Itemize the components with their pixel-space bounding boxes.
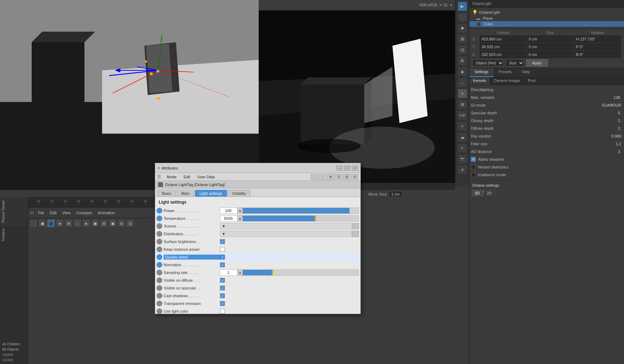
back-nav-btn[interactable]: ← — [311, 174, 318, 180]
power-up-arrow[interactable]: ▲ — [238, 207, 242, 214]
irradiance-checkbox[interactable] — [471, 172, 476, 177]
te-checkbox[interactable] — [220, 301, 225, 306]
size-y-value[interactable]: 0 cm — [527, 43, 573, 50]
kernels-sub-tab[interactable]: Kernels — [469, 77, 490, 85]
diffuse-depth-value[interactable]: 2. — [520, 126, 623, 130]
mode-menu[interactable]: Mode — [165, 174, 178, 180]
tab-visibility[interactable]: Visibility — [228, 190, 251, 197]
tool-btn-3[interactable]: ⬛ — [47, 219, 55, 227]
cs-dot-btn[interactable] — [157, 293, 162, 299]
picture-viewer-tab[interactable]: Picture Viewer — [0, 197, 28, 225]
visible-diffuse-row[interactable]: Visible on diffuse . . . — [155, 276, 360, 284]
power-dot-btn[interactable] — [157, 208, 162, 213]
sr-slider[interactable] — [242, 269, 359, 276]
post-sub-tab[interactable]: Post — [524, 77, 539, 85]
power-slider[interactable] — [242, 207, 359, 214]
visible-specular-row[interactable]: Visible on specular . . — [155, 284, 360, 292]
maximize-button[interactable]: □ — [344, 166, 351, 171]
scene-item-cube[interactable]: ⬛ Cube — [469, 21, 624, 27]
animation-menu-item[interactable]: Animation — [96, 210, 116, 216]
gi-mode-row[interactable]: GI mode GLAMOUR — [469, 101, 624, 109]
nav-btn-4[interactable]: ⊡ — [335, 174, 342, 180]
te-dot-btn[interactable] — [157, 301, 162, 306]
pos-y-value[interactable]: 34.932 cm — [480, 43, 526, 50]
max-samples-value[interactable]: 128. — [520, 95, 623, 100]
tool-btn-2[interactable]: ▣ — [38, 219, 46, 227]
file-menu-item[interactable]: File — [37, 210, 46, 216]
nav-btn-6[interactable]: ⊟ — [351, 174, 358, 180]
alpha-shadows-row[interactable]: ✓ Alpha shadows — [469, 155, 624, 163]
file-toolbar[interactable]: ⏮ File Edit View Compare Animation — [28, 207, 151, 218]
filter-size-value[interactable]: 1.2 — [520, 142, 623, 146]
userdata-menu[interactable]: User Data — [196, 174, 216, 180]
attributes-tabs[interactable]: Basic Main Light settings Visibility — [155, 189, 360, 197]
diffuse-depth-row[interactable]: Diffuse depth 2. — [469, 124, 624, 132]
max-samples-row[interactable]: Max. samples 128. — [469, 94, 624, 101]
rot-y-value[interactable]: P 0° — [574, 43, 621, 50]
view-menu-item[interactable]: View — [61, 210, 72, 216]
cs-checkbox[interactable] — [220, 293, 225, 298]
2d-mode-btn[interactable]: 2D — [484, 190, 495, 196]
dist-dot-btn[interactable] — [157, 231, 162, 237]
dist-dropdown[interactable]: ▼ — [220, 231, 352, 237]
pos-z-value[interactable]: 292.924 cm — [480, 51, 526, 58]
coord-dropdown-1[interactable]: Object (Rel) — [472, 59, 504, 66]
octane-presets-tab[interactable]: Presets — [494, 68, 517, 77]
edit-menu[interactable]: Edit — [182, 174, 192, 180]
sr-value[interactable]: 1. — [220, 269, 238, 276]
norm-checkbox[interactable] — [220, 262, 225, 267]
ricon-obj[interactable]: ⬦ — [458, 78, 467, 88]
nav-btn-3[interactable]: ⊕ — [327, 174, 334, 180]
temp-dot-btn[interactable] — [157, 216, 162, 221]
tool-btn-9[interactable]: ⊞ — [100, 219, 108, 227]
ricon-light[interactable]: ⊡ — [458, 45, 467, 55]
minimize-button[interactable]: — — [336, 166, 343, 171]
compare-menu-item[interactable]: Compare — [75, 210, 93, 216]
vs-dot-btn[interactable] — [157, 285, 162, 291]
scene-item-octanelight[interactable]: 💡 OctaneLight — [469, 9, 624, 15]
octane-main-tabs[interactable]: Settings Presets Help — [469, 68, 624, 77]
alpha-shadows-checkbox[interactable]: ✓ — [471, 157, 476, 162]
ulc-dot-btn[interactable] — [157, 308, 162, 314]
rot-x-value[interactable]: H 137.733° — [574, 36, 621, 43]
ricon-cam[interactable]: ⊞ — [458, 34, 467, 44]
ricon-octane-logo[interactable]: O — [458, 89, 467, 98]
ricon-camera2[interactable]: 📷 — [458, 154, 467, 164]
ki-dot-btn[interactable] — [157, 247, 162, 252]
tab-main[interactable]: Main — [177, 190, 194, 197]
power-row[interactable]: Power . . . . . . . . . . . 100. ▲ — [155, 207, 360, 215]
gi-mode-value[interactable]: GLAMOUR — [520, 103, 623, 107]
tab-light-settings[interactable]: Light settings — [195, 190, 227, 197]
size-z-value[interactable]: 0 cm — [527, 51, 573, 58]
surface-brightness-row[interactable]: Surface brightness . . — [155, 238, 360, 245]
render-viewport[interactable] — [259, 11, 455, 183]
ricon-env[interactable]: ☁ — [458, 132, 467, 142]
use-light-color-row[interactable]: Use light color — [155, 307, 360, 314]
timeline-tab[interactable]: Timeline — [0, 225, 28, 244]
attributes-menubar[interactable]: ☰ Mode Edit User Data ← ↑ ⊕ ⊡ ⊞ ⊟ — [155, 173, 360, 181]
tool-btn-1[interactable]: ⬛ — [30, 219, 37, 227]
sampling-rate-row[interactable]: Sampling rate . . . . . 1. ▲ — [155, 269, 360, 276]
ray-epsilon-row[interactable]: Ray epsilon 0.000 — [469, 132, 624, 140]
nav-btn-5[interactable]: ⊞ — [343, 174, 350, 180]
sr-up-arrow[interactable]: ▲ — [238, 269, 242, 276]
tool-btn-6[interactable]: ⬦ — [74, 219, 81, 227]
vd-checkbox[interactable] — [220, 278, 225, 283]
sb-checkbox[interactable] — [220, 239, 225, 244]
ao-distance-row[interactable]: AO distance 3. — [469, 148, 624, 155]
attributes-titlebar[interactable]: ⚙ Attributes — □ ✕ — [155, 163, 360, 173]
norm-dot-btn[interactable] — [157, 262, 162, 268]
cast-shadows-row[interactable]: Cast shadows . . . . . — [155, 292, 360, 300]
octane-settings-tab[interactable]: Settings — [469, 68, 494, 77]
ricon-post[interactable]: P — [458, 143, 467, 153]
ricon-grid[interactable]: ⊞ — [458, 100, 467, 109]
size-x-value[interactable]: 0 cm — [527, 36, 573, 43]
keep-instance-row[interactable]: Keep instance power — [155, 245, 360, 253]
texture-row[interactable]: Texture . . . . . . . . . . ▼ ✕ — [155, 222, 360, 230]
octane-sub-tabs[interactable]: Kernels Camera Imager Post — [469, 77, 624, 85]
sb-dot-btn[interactable] — [157, 239, 162, 244]
tool-btn-8[interactable]: ▣ — [91, 219, 99, 227]
temp-up-arrow[interactable]: ▲ — [238, 215, 242, 222]
3d-mode-btn[interactable]: 3D — [472, 190, 483, 196]
apply-button[interactable]: Apply — [526, 59, 548, 66]
